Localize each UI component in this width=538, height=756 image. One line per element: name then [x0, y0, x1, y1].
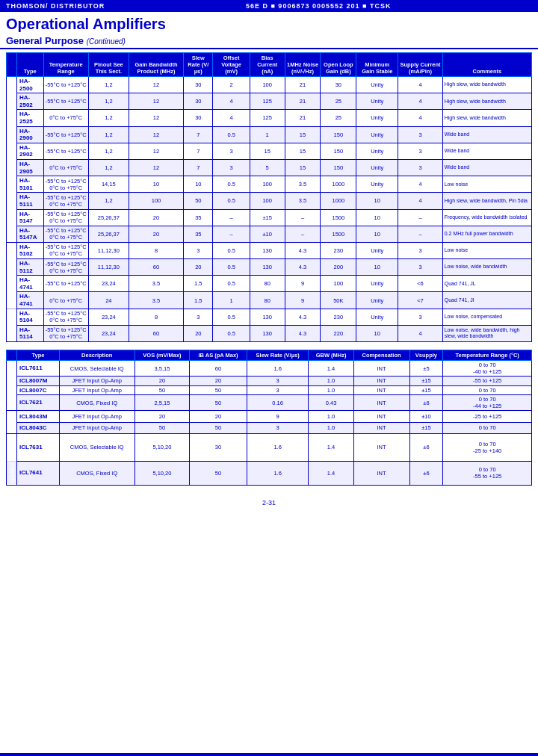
data-cell: 35: [184, 226, 213, 242]
type-cell: ICL7621: [17, 395, 60, 411]
data-cell: INT: [353, 385, 409, 395]
data-cell: 9: [285, 276, 321, 292]
data-cell: ±15: [409, 385, 443, 395]
data-cell: ±6: [409, 434, 443, 462]
data-cell: 3: [398, 309, 442, 325]
data-cell: 0 to 70 -25 to +140: [443, 434, 532, 462]
data-cell: 4.3: [285, 309, 321, 325]
data-cell: Unity: [356, 159, 398, 176]
data-cell: 20: [129, 209, 183, 226]
data-cell: 1,2: [88, 193, 129, 209]
data-cell: 100: [321, 276, 356, 292]
type-cell: HA-2900: [17, 126, 44, 143]
data-cell: -55°C to +125°C 0°C to +75°C: [43, 242, 88, 258]
group-label: QUADS: [7, 461, 17, 485]
data-cell: JFET Input Op-Amp: [59, 422, 134, 433]
data-cell: 3.5: [129, 292, 183, 309]
data-cell: 24: [88, 292, 129, 309]
group-label: QUADS: [7, 309, 17, 341]
data-cell: 125: [250, 93, 285, 110]
data-cell: 1.6: [247, 461, 309, 485]
data-cell: 25: [321, 110, 356, 126]
data-cell: ±6: [409, 395, 443, 411]
data-cell: Unity: [356, 93, 398, 110]
data-cell: INT: [353, 361, 409, 377]
data-cell: 3: [398, 126, 442, 143]
data-cell: -55°C to +125°C 0°C to +75°C: [43, 209, 88, 226]
data-cell: Unity: [356, 176, 398, 193]
table-row: ICL8043CJFET Input Op-Amp505031.0INT±150…: [7, 422, 532, 433]
data-cell: JFET Input Op-Amp: [59, 377, 134, 386]
data-cell: 1,2: [88, 159, 129, 176]
data-cell: 1000: [321, 193, 356, 209]
col-ibas: IB AS (pA Max): [190, 350, 247, 361]
data-cell: 0 to 70: [443, 422, 532, 433]
col-rowgroup: [7, 53, 17, 77]
data-cell: ±15: [250, 209, 285, 226]
table-row: ICL8007CJFET Input Op-Amp505031.0INT±150…: [7, 385, 532, 395]
table-row: ICL7621CMOS, Fixed IQ2,5,15500.160.43INT…: [7, 395, 532, 411]
data-cell: 3,5,15: [134, 361, 190, 377]
data-cell: 230: [321, 242, 356, 258]
data-cell: 130: [250, 309, 285, 325]
table-row: QUADSICL7641CMOS, Fixed IQ5,10,20501.61.…: [7, 461, 532, 485]
data-cell: INT: [353, 411, 409, 422]
data-cell: 0.5: [213, 242, 250, 258]
data-cell: 23,24: [88, 325, 129, 341]
data-cell: INT: [353, 422, 409, 433]
data-cell: 50: [184, 193, 213, 209]
data-cell: INT: [353, 377, 409, 386]
table-row: HA-5147-55°C to +125°C 0°C to +75°C25,26…: [7, 209, 532, 226]
data-cell: 12: [129, 110, 183, 126]
col-ibias: Bias Current (nA): [250, 53, 285, 77]
comment-cell: Quad 741, JL: [442, 276, 531, 292]
col-mingain: Minimum Gain Stable: [356, 53, 398, 77]
data-cell: 11,12,30: [88, 242, 129, 258]
page-title: Operational Amplifiers: [6, 15, 532, 33]
data-cell: ±15: [409, 422, 443, 433]
data-cell: 1,2: [88, 143, 129, 159]
data-cell: 1.0: [309, 385, 353, 395]
data-cell: 220: [321, 325, 356, 341]
data-cell: 125: [250, 110, 285, 126]
table1: Type Temperature Range Pinout See This S…: [6, 52, 532, 342]
data-cell: 130: [250, 242, 285, 258]
header-center: 56E D ■ 9006873 0005552 201 ■ TCSK: [246, 2, 391, 10]
comment-cell: High slew, wide bandwidth, Pin 5dia: [442, 193, 531, 209]
data-cell: CMOS, Selectable IQ: [59, 434, 134, 462]
data-cell: –: [213, 209, 250, 226]
data-cell: 21: [285, 77, 321, 93]
data-cell: –: [285, 226, 321, 242]
data-cell: 1: [213, 292, 250, 309]
data-cell: 0.5: [213, 325, 250, 341]
data-cell: 4: [398, 77, 442, 93]
data-cell: 12: [129, 143, 183, 159]
data-cell: 30: [321, 77, 356, 93]
data-cell: –: [398, 226, 442, 242]
data-cell: 1.0: [309, 377, 353, 386]
data-cell: 3.5: [285, 176, 321, 193]
data-cell: 4.3: [285, 242, 321, 258]
data-cell: 12: [129, 126, 183, 143]
data-cell: 1,2: [88, 110, 129, 126]
data-cell: ±10: [250, 226, 285, 242]
data-cell: 1: [250, 126, 285, 143]
data-cell: 100: [250, 77, 285, 93]
data-cell: ±5: [409, 361, 443, 377]
table-row: HA-5111-55°C to +125°C 0°C to +75°C1,210…: [7, 193, 532, 209]
col-vsup: Vsupply: [409, 350, 443, 361]
comment-cell: Quad 741, JI: [442, 292, 531, 309]
data-cell: 10: [129, 176, 183, 193]
data-cell: 8: [129, 242, 183, 258]
data-cell: -55 to +125: [443, 377, 532, 386]
comment-cell: Low noise, compensated: [442, 309, 531, 325]
data-cell: 3: [398, 259, 442, 276]
table-row: HA-2502-55°C to +125°C1,2123041252125Uni…: [7, 93, 532, 110]
type-cell: HA-2525: [17, 110, 44, 126]
data-cell: 3: [247, 385, 309, 395]
col-gbw2: GBW (MHz): [309, 350, 353, 361]
data-cell: 7: [184, 143, 213, 159]
data-cell: -55°C to +125°C: [43, 276, 88, 292]
data-cell: 4: [398, 193, 442, 209]
data-cell: INT: [353, 461, 409, 485]
